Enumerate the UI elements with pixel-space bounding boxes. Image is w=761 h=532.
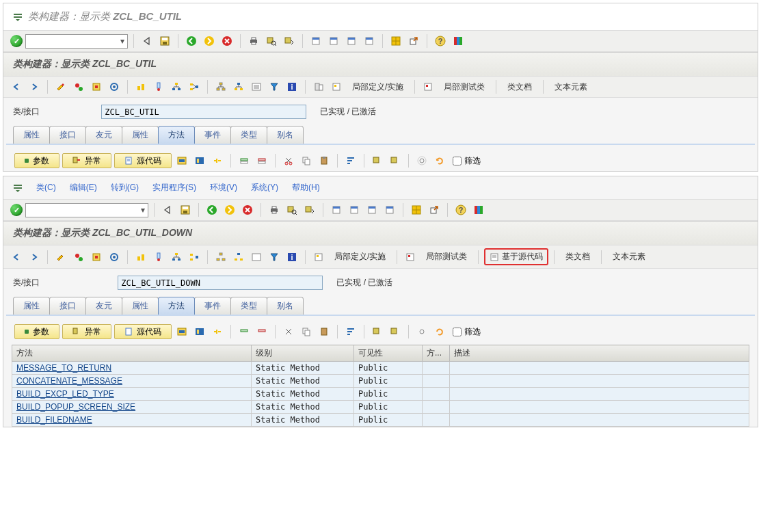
cancel-red-icon[interactable] bbox=[240, 202, 255, 217]
paste-icon[interactable] bbox=[317, 153, 332, 168]
class-name-input[interactable] bbox=[101, 105, 306, 119]
tab-0[interactable]: 属性 bbox=[13, 126, 50, 144]
nav-back-icon[interactable] bbox=[9, 250, 24, 265]
col-method[interactable]: 方法 bbox=[12, 345, 252, 362]
tab-6[interactable]: 类型 bbox=[230, 126, 267, 144]
new-session-1-icon[interactable] bbox=[308, 34, 323, 49]
new-session-2-icon[interactable] bbox=[347, 202, 362, 217]
table-row[interactable]: CONCATENATE_MESSAGEStatic MethodPublic bbox=[12, 375, 749, 388]
layout-grid-icon[interactable] bbox=[409, 202, 424, 217]
info-icon[interactable]: i bbox=[284, 79, 299, 94]
tab-4[interactable]: 方法 bbox=[158, 297, 195, 315]
test-icon[interactable] bbox=[151, 250, 166, 265]
tab-4[interactable]: 方法 bbox=[158, 126, 195, 144]
settings-icon[interactable] bbox=[414, 153, 429, 168]
menu-goto[interactable]: 转到(G) bbox=[111, 182, 139, 194]
col-visibility[interactable]: 可见性 bbox=[354, 345, 423, 362]
new-session-4-icon[interactable] bbox=[362, 34, 377, 49]
where-used-icon[interactable] bbox=[133, 250, 148, 265]
table-row[interactable]: MESSAGE_TO_RETURNStatic MethodPublic bbox=[12, 362, 749, 375]
menu-class[interactable]: 类(C) bbox=[36, 182, 56, 194]
back-green-icon[interactable] bbox=[204, 202, 219, 217]
menu-edit[interactable]: 编辑(E) bbox=[70, 182, 97, 194]
delete-row-icon[interactable] bbox=[254, 324, 269, 339]
class-doc-link[interactable]: 类文档 bbox=[502, 80, 537, 94]
outline-icon[interactable] bbox=[187, 79, 202, 94]
local-test-link[interactable]: 局部测试类 bbox=[438, 80, 490, 94]
nav-fwd-icon[interactable] bbox=[27, 250, 42, 265]
nav-fwd-icon[interactable] bbox=[27, 79, 42, 94]
tab-3[interactable]: 属性 bbox=[122, 126, 159, 144]
menu-help[interactable]: 帮助(H) bbox=[292, 182, 320, 194]
cut-icon[interactable] bbox=[281, 153, 296, 168]
insert-row-icon[interactable] bbox=[237, 153, 252, 168]
tree1-icon[interactable] bbox=[213, 250, 228, 265]
print-icon[interactable] bbox=[267, 202, 282, 217]
list-icon[interactable] bbox=[249, 250, 264, 265]
local-def-link[interactable]: 局部定义/实施 bbox=[329, 250, 391, 264]
local-def-icon[interactable] bbox=[311, 250, 326, 265]
refresh-icon[interactable] bbox=[432, 324, 447, 339]
tab-2[interactable]: 友元 bbox=[85, 297, 122, 315]
cell-method[interactable]: MESSAGE_TO_RETURN bbox=[12, 362, 252, 375]
hierarchy-icon[interactable] bbox=[169, 79, 184, 94]
color-icon[interactable] bbox=[471, 202, 486, 217]
help-icon[interactable]: ? bbox=[453, 202, 468, 217]
save-icon[interactable] bbox=[178, 202, 193, 217]
check-icon[interactable] bbox=[89, 79, 104, 94]
command-field[interactable] bbox=[25, 203, 148, 217]
local-def-link[interactable]: 局部定义/实施 bbox=[347, 80, 409, 94]
insert-row-icon[interactable] bbox=[237, 324, 252, 339]
find-next-icon[interactable] bbox=[282, 34, 297, 49]
col-level[interactable]: 级别 bbox=[252, 345, 354, 362]
new-session-2-icon[interactable] bbox=[326, 34, 341, 49]
find-icon[interactable] bbox=[264, 34, 279, 49]
tab-0[interactable]: 属性 bbox=[13, 297, 50, 315]
popout-icon[interactable] bbox=[406, 34, 421, 49]
local-test-icon[interactable] bbox=[403, 250, 418, 265]
new-session-3-icon[interactable] bbox=[344, 34, 359, 49]
display-change-icon[interactable] bbox=[53, 79, 68, 94]
outline-icon[interactable] bbox=[187, 250, 202, 265]
tab-3[interactable]: 属性 bbox=[122, 297, 159, 315]
menu-env[interactable]: 环境(V) bbox=[210, 182, 237, 194]
table-row[interactable]: BUILD_FILEDNAMEStatic MethodPublic bbox=[12, 414, 749, 427]
exceptions-button[interactable]: 异常 bbox=[62, 324, 111, 339]
save-icon[interactable] bbox=[157, 34, 172, 49]
back-triangle-icon[interactable] bbox=[160, 202, 175, 217]
menu-util[interactable]: 实用程序(S) bbox=[152, 182, 196, 194]
new-session-4-icon[interactable] bbox=[382, 202, 397, 217]
it2-icon[interactable] bbox=[192, 324, 207, 339]
find-inner-icon[interactable] bbox=[370, 153, 385, 168]
color-icon[interactable] bbox=[451, 34, 466, 49]
enter-icon[interactable] bbox=[10, 204, 23, 216]
other-object-icon[interactable] bbox=[71, 250, 86, 265]
display-change-icon[interactable] bbox=[53, 250, 68, 265]
object-list-icon[interactable] bbox=[311, 79, 326, 94]
tab-1[interactable]: 接口 bbox=[49, 126, 86, 144]
source-based-link[interactable]: 基于源代码 bbox=[502, 251, 543, 263]
tab-1[interactable]: 接口 bbox=[49, 297, 86, 315]
new-session-3-icon[interactable] bbox=[364, 202, 379, 217]
tab-6[interactable]: 类型 bbox=[230, 297, 267, 315]
cell-method[interactable]: BUILD_FILEDNAME bbox=[12, 414, 252, 427]
find-icon[interactable] bbox=[284, 202, 299, 217]
find-next-inner-icon[interactable] bbox=[388, 324, 403, 339]
test-icon[interactable] bbox=[151, 79, 166, 94]
sort-icon[interactable] bbox=[343, 324, 358, 339]
class-name-input[interactable] bbox=[118, 276, 323, 290]
copy-icon[interactable] bbox=[299, 153, 314, 168]
col-m[interactable]: 方... bbox=[423, 345, 450, 362]
cell-method[interactable]: CONCATENATE_MESSAGE bbox=[12, 375, 252, 388]
other-object-icon[interactable] bbox=[71, 79, 86, 94]
new-session-1-icon[interactable] bbox=[329, 202, 344, 217]
tab-5[interactable]: 事件 bbox=[194, 126, 231, 144]
tab-7[interactable]: 别名 bbox=[267, 297, 304, 315]
settings-icon[interactable] bbox=[414, 324, 429, 339]
it3-icon[interactable] bbox=[210, 153, 225, 168]
it1-icon[interactable] bbox=[174, 153, 189, 168]
source-button[interactable]: 源代码 bbox=[114, 153, 172, 168]
print-icon[interactable] bbox=[246, 34, 261, 49]
refresh-icon[interactable] bbox=[432, 153, 447, 168]
local-def-icon[interactable] bbox=[329, 79, 344, 94]
